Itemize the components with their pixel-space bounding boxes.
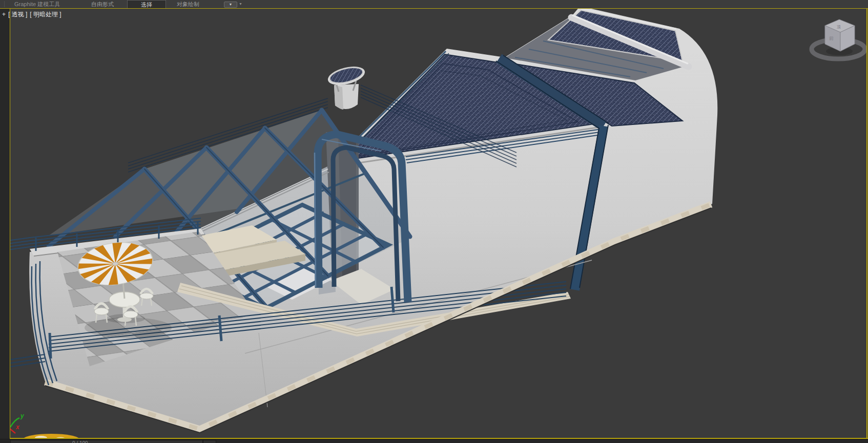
viewport-shading-menu[interactable]: [ 明暗处理 ] [30, 11, 61, 18]
viewcube-front-label[interactable]: 前 [829, 36, 834, 41]
chevron-down-icon: ▼ [229, 3, 233, 6]
viewport-border-right [866, 9, 867, 438]
viewport-general-menu[interactable]: + [2, 11, 6, 18]
toolbar-divider [4, 1, 5, 7]
application-window: 前 顶 y x Graphite 建模工具 自由形式 选择 对象绘制 ▼ ▼ +… [0, 0, 868, 443]
tab-graphite-modeling-tools[interactable]: Graphite 建模工具 [14, 0, 60, 8]
axis-x-label: x [15, 424, 20, 431]
viewport-pov-menu[interactable]: [ 透视 ] [8, 11, 27, 18]
ribbon-minimize-button[interactable]: ▼ [224, 2, 237, 8]
viewport-border-left [10, 9, 10, 438]
time-slider-button[interactable] [203, 440, 216, 443]
tab-freeform[interactable]: 自由形式 [91, 0, 114, 8]
viewport-border-top [0, 8, 868, 9]
frame-counter: 0 / 100 [72, 440, 88, 443]
ribbon-toolbar: Graphite 建模工具 自由形式 选择 对象绘制 ▼ ▼ [0, 0, 868, 8]
viewport-3d-scene[interactable]: 前 顶 y x [0, 0, 868, 443]
left-edge-strip [0, 9, 10, 439]
viewport-label: +[ 透视 ][ 明暗处理 ] [2, 10, 64, 19]
time-slider-track[interactable]: 0 / 100 [10, 440, 203, 443]
ribbon-minimize-options-icon[interactable]: ▼ [239, 2, 242, 6]
tab-object-paint[interactable]: 对象绘制 [177, 0, 199, 8]
time-slider-bar[interactable]: 0 / 100 [0, 439, 868, 443]
chevron-down-icon: ▼ [239, 2, 242, 6]
axis-y-label: y [20, 412, 25, 419]
viewcube-top-label[interactable]: 顶 [836, 25, 841, 29]
tab-selection[interactable]: 选择 [127, 0, 166, 8]
